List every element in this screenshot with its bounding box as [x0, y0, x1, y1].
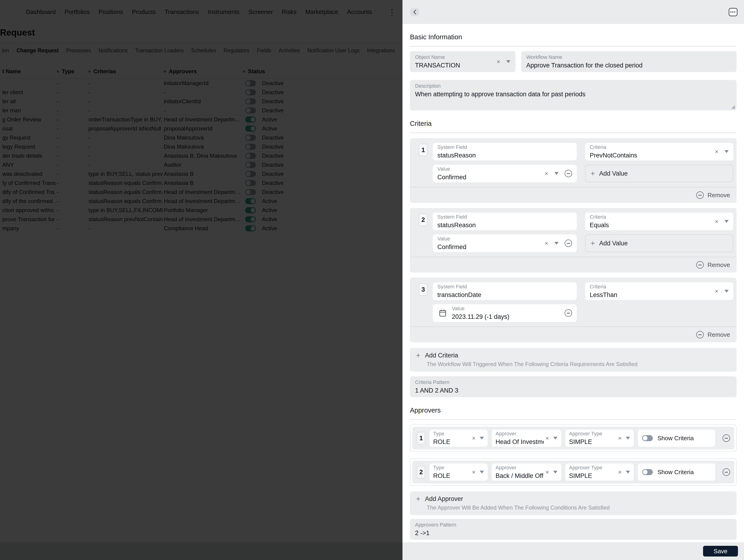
approver-type-role-select[interactable]: Type ROLE × [430, 430, 488, 447]
value-select[interactable]: Value Confirmed × [433, 234, 577, 252]
section-criteria: Criteria [410, 120, 737, 127]
object-name-select[interactable]: Object Name TRANSACTION × [410, 51, 516, 72]
workflow-name-input[interactable]: Workflow Name Approve Transaction for th… [521, 51, 737, 72]
add-value-button[interactable]: + Add Value [585, 165, 733, 182]
approver-mode-select[interactable]: Approver Type SIMPLE × [565, 464, 634, 481]
chevron-down-icon[interactable] [480, 471, 484, 474]
minus-circle-icon [696, 331, 704, 338]
approver-select[interactable]: Approver Back / Middle Offic… × [492, 464, 561, 481]
system-field-input[interactable]: System Field transactionDate [433, 282, 577, 300]
clear-icon[interactable]: × [472, 469, 476, 475]
clear-icon[interactable]: × [618, 435, 622, 441]
panel-header: ••• [403, 0, 744, 24]
approvers-pattern-input[interactable]: Approvers Pattern 2 ->1 [410, 519, 737, 540]
chevron-down-icon[interactable] [724, 150, 729, 153]
panel-body: Basic Information Object Name TRANSACTIO… [403, 24, 744, 542]
chevron-down-icon[interactable] [480, 437, 484, 440]
remove-criteria-button[interactable]: Remove [433, 188, 733, 203]
workflow-editor-panel: ••• Basic Information Object Name TRANSA… [403, 0, 744, 560]
chevron-down-icon[interactable] [626, 471, 630, 474]
remove-value-icon[interactable] [565, 240, 572, 247]
approver-card-1: 1 Type ROLE × Approver Head Of Investme… [410, 425, 737, 452]
remove-value-icon[interactable] [565, 170, 572, 177]
chevron-down-icon[interactable] [506, 60, 511, 63]
toggle-knob [643, 436, 647, 440]
panel-footer: Save [403, 542, 744, 560]
date-value-picker[interactable]: Value 2023.11.29 (-1 days) [433, 304, 577, 322]
clear-icon[interactable]: × [546, 469, 549, 475]
clear-icon[interactable]: × [715, 288, 718, 294]
system-field-input[interactable]: System Field statusReason [433, 143, 577, 160]
clear-icon[interactable]: × [618, 469, 622, 475]
criteria-card-3: 3 System Field transactionDate Criteria … [410, 278, 737, 342]
chevron-left-icon [413, 10, 417, 14]
criteria-select[interactable]: Criteria LessThan × [585, 282, 733, 300]
add-approver-button[interactable]: + Add Approver The Approver Will Be Adde… [410, 491, 737, 515]
modal-dim-overlay[interactable] [0, 0, 403, 560]
minus-circle-icon [696, 261, 704, 269]
chevron-down-icon[interactable] [553, 437, 557, 440]
clear-icon[interactable]: × [472, 435, 476, 441]
approver-select[interactable]: Approver Head Of Investme… × [492, 430, 561, 447]
back-button[interactable] [410, 8, 419, 16]
description-textarea[interactable]: Description When attempting to approve t… [410, 80, 737, 111]
toggle-knob [643, 470, 647, 474]
criteria-number: 1 [419, 144, 427, 156]
remove-approver-icon[interactable] [722, 434, 730, 442]
divider [410, 132, 737, 133]
criteria-number: 3 [419, 283, 427, 296]
remove-value-icon[interactable] [565, 309, 572, 317]
show-criteria-toggle[interactable] [642, 435, 653, 441]
plus-icon: + [591, 170, 595, 177]
plus-icon: + [591, 240, 595, 247]
clear-icon[interactable]: × [497, 58, 500, 65]
plus-icon: + [416, 352, 420, 359]
clear-icon[interactable]: × [715, 218, 718, 225]
add-approver-hint: The Approver Will Be Added When The Foll… [427, 505, 731, 511]
clear-icon[interactable]: × [545, 240, 548, 246]
approver-number: 2 [417, 466, 425, 478]
chevron-down-icon[interactable] [626, 437, 630, 440]
criteria-card-1: 1 System Field statusReason Criteria Pre… [410, 138, 737, 203]
show-criteria-toggle-box: Show Criteria [638, 430, 715, 447]
chevron-down-icon[interactable] [724, 220, 729, 223]
system-field-input[interactable]: System Field statusReason [433, 212, 577, 230]
show-criteria-toggle-box: Show Criteria [638, 464, 715, 481]
chevron-down-icon[interactable] [724, 290, 729, 292]
clear-icon[interactable]: × [546, 435, 549, 441]
criteria-number: 2 [419, 213, 427, 226]
remove-approver-icon[interactable] [722, 468, 730, 476]
add-criteria-hint: The Workflow Will Triggered When The Fol… [427, 361, 731, 367]
section-approvers: Approvers [410, 406, 737, 414]
save-button[interactable]: Save [703, 546, 738, 557]
empty-slot [585, 304, 733, 322]
approver-card-2: 2 Type ROLE × Approver Back / Middle Off… [410, 458, 737, 486]
criteria-pattern-input[interactable]: Criteria Pattern 1 AND 2 AND 3 [410, 376, 737, 397]
add-value-button[interactable]: + Add Value [585, 234, 733, 252]
clear-icon[interactable]: × [715, 149, 718, 155]
approver-number: 1 [417, 432, 425, 444]
more-options-button[interactable]: ••• [729, 8, 738, 16]
plus-icon: + [416, 495, 420, 503]
divider [410, 46, 737, 46]
show-criteria-toggle[interactable] [642, 469, 653, 475]
value-select[interactable]: Value Confirmed × [433, 165, 577, 182]
chevron-down-icon[interactable] [554, 242, 559, 245]
approver-type-role-select[interactable]: Type ROLE × [430, 464, 488, 481]
chevron-down-icon[interactable] [554, 172, 559, 175]
criteria-select[interactable]: Criteria PrevNotContains × [585, 143, 733, 160]
divider [410, 419, 737, 420]
section-basic-information: Basic Information [410, 33, 737, 41]
approver-mode-select[interactable]: Approver Type SIMPLE × [565, 430, 634, 447]
minus-circle-icon [696, 191, 704, 199]
criteria-select[interactable]: Criteria Equals × [585, 212, 733, 230]
remove-criteria-button[interactable]: Remove [433, 327, 733, 342]
remove-criteria-button[interactable]: Remove [433, 257, 733, 273]
chevron-down-icon[interactable] [553, 471, 557, 474]
clear-icon[interactable]: × [545, 170, 548, 176]
add-criteria-button[interactable]: + Add Criteria The Workflow Will Trigger… [410, 348, 737, 372]
calendar-icon [439, 309, 446, 317]
criteria-card-2: 2 System Field statusReason Criteria Equ… [410, 208, 737, 273]
